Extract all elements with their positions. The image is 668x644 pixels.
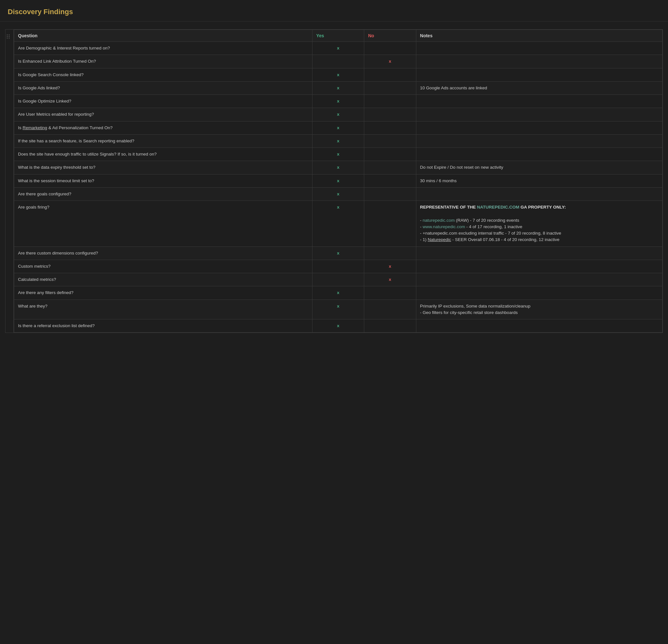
cell-notes (416, 134, 662, 148)
yes-checkmark: x (316, 290, 360, 296)
table-row: Custom metrics?x (14, 260, 663, 273)
cell-notes: REPRESENTATIVE OF THE NATUREPEDIC.COM GA… (416, 201, 662, 247)
drag-handle[interactable] (7, 33, 12, 39)
cell-yes: x (312, 300, 364, 319)
cell-question: Are there custom dimensions configured? (14, 246, 313, 260)
yes-checkmark: x (316, 323, 360, 329)
cell-notes: 10 Google Ads accounts are linked (416, 81, 662, 94)
cell-no (364, 68, 416, 81)
cell-notes (416, 95, 662, 108)
cell-yes: x (312, 81, 364, 94)
cell-no (364, 121, 416, 134)
yes-checkmark: x (316, 98, 360, 105)
cell-no (364, 148, 416, 161)
table-row: Is Google Search Console linked?x (14, 68, 663, 81)
cell-no (364, 108, 416, 121)
th-no: No (364, 30, 416, 42)
yes-checkmark: x (316, 138, 360, 144)
discovery-table: Question Yes No Notes Are Demographic & … (14, 30, 663, 333)
table-header-row: Question Yes No Notes (14, 30, 663, 42)
cell-no (364, 134, 416, 148)
table-row: Are Demographic & Interest Reports turne… (14, 42, 663, 55)
cell-yes: x (312, 42, 364, 55)
table-row: Are there custom dimensions configured?x (14, 246, 663, 260)
cell-question: If the site has a search feature, is Sea… (14, 134, 313, 148)
drag-handle-area (5, 30, 14, 333)
table-row: What is the data expiry threshold set to… (14, 161, 663, 174)
cell-notes: Do not Expire / Do not reset on new acti… (416, 161, 662, 174)
cell-question: Is Enhanced Link Attribution Turned On? (14, 55, 313, 68)
cell-notes (416, 108, 662, 121)
cell-notes: Primarily IP exclusions, Some data norma… (416, 300, 662, 319)
cell-yes: x (312, 286, 364, 300)
yes-checkmark: x (316, 303, 360, 309)
cell-yes: x (312, 161, 364, 174)
cell-notes (416, 286, 662, 300)
table-row: What is the session timeout limit set to… (14, 174, 663, 187)
table-row: Are there goals configured?x (14, 187, 663, 201)
page-title: Discovery Findings (8, 8, 660, 16)
cell-notes (416, 187, 662, 201)
cell-yes: x (312, 174, 364, 187)
cell-no (364, 201, 416, 247)
cell-question: Custom metrics? (14, 260, 313, 273)
yes-checkmark: x (316, 250, 360, 257)
cell-no (364, 174, 416, 187)
table-wrapper: Question Yes No Notes Are Demographic & … (0, 21, 668, 341)
cell-yes: x (312, 134, 364, 148)
no-checkmark: x (368, 276, 412, 283)
main-table-container: Question Yes No Notes Are Demographic & … (14, 30, 663, 333)
cell-question: What is the session timeout limit set to… (14, 174, 313, 187)
cell-notes (416, 68, 662, 81)
th-yes: Yes (312, 30, 364, 42)
cell-question: What are they? (14, 300, 313, 319)
th-question: Question (14, 30, 313, 42)
table-row: Is Enhanced Link Attribution Turned On?x (14, 55, 663, 68)
yes-checkmark: x (316, 164, 360, 171)
table-row: Is there a referral exclusion list defin… (14, 319, 663, 333)
cell-no (364, 246, 416, 260)
yes-checkmark: x (316, 204, 360, 211)
cell-question: Are Demographic & Interest Reports turne… (14, 42, 313, 55)
yes-checkmark: x (316, 178, 360, 184)
cell-notes (416, 55, 662, 68)
cell-question: Are goals firing? (14, 201, 313, 247)
table-row: Are goals firing?x REPRESENTATIVE OF THE… (14, 201, 663, 247)
yes-checkmark: x (316, 191, 360, 197)
table-row: Does the site have enough traffic to uti… (14, 148, 663, 161)
yes-checkmark: x (316, 72, 360, 78)
cell-yes: x (312, 108, 364, 121)
cell-notes: 30 mins / 6 months (416, 174, 662, 187)
cell-yes: x (312, 187, 364, 201)
cell-question: Is Remarketing & Ad Personalization Turn… (14, 121, 313, 134)
table-row: If the site has a search feature, is Sea… (14, 134, 663, 148)
yes-checkmark: x (316, 151, 360, 157)
no-checkmark: x (368, 263, 412, 270)
cell-notes (416, 273, 662, 286)
cell-question: Is Google Ads linked? (14, 81, 313, 94)
yes-checkmark: x (316, 111, 360, 118)
cell-yes (312, 260, 364, 273)
cell-yes: x (312, 246, 364, 260)
cell-no (364, 300, 416, 319)
cell-no (364, 42, 416, 55)
cell-question: Is there a referral exclusion list defin… (14, 319, 313, 333)
table-body: Are Demographic & Interest Reports turne… (14, 42, 663, 333)
cell-no: x (364, 273, 416, 286)
table-row: Calculated metrics?x (14, 273, 663, 286)
table-row: Are User Metrics enabled for reporting?x (14, 108, 663, 121)
table-row: Is Google Ads linked?x10 Google Ads acco… (14, 81, 663, 94)
cell-yes: x (312, 148, 364, 161)
yes-checkmark: x (316, 85, 360, 91)
cell-no: x (364, 55, 416, 68)
cell-yes (312, 55, 364, 68)
cell-notes (416, 121, 662, 134)
cell-yes: x (312, 121, 364, 134)
cell-yes (312, 273, 364, 286)
cell-question: Calculated metrics? (14, 273, 313, 286)
cell-notes (416, 42, 662, 55)
cell-no (364, 161, 416, 174)
cell-no (364, 286, 416, 300)
cell-question: Does the site have enough traffic to uti… (14, 148, 313, 161)
cell-no (364, 95, 416, 108)
